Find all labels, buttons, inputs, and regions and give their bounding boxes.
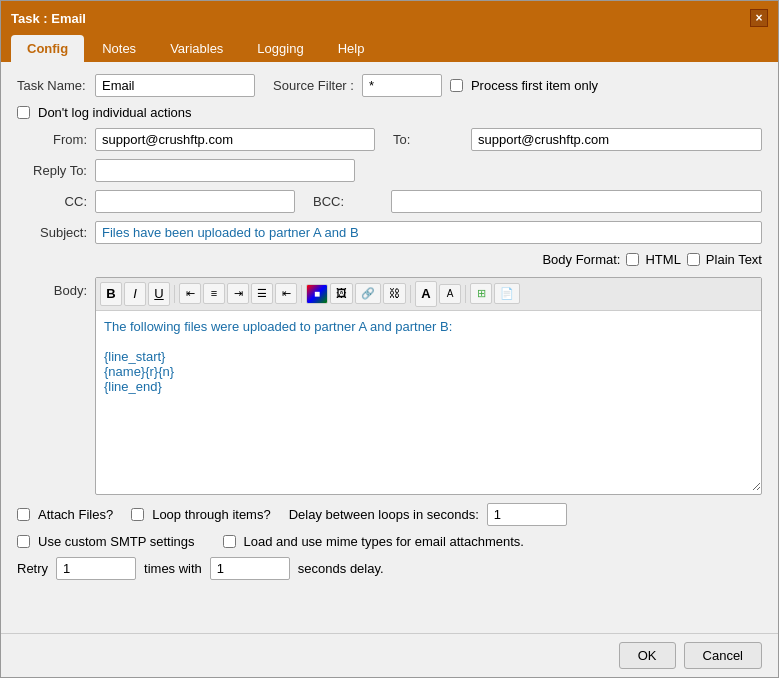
body-row: Body: B I U ⇤ ≡ ⇥ ☰ ⇤ ■ 🖼 🔗 ⛓ <box>17 277 762 495</box>
attach-files-checkbox[interactable] <box>17 508 30 521</box>
dont-log-row: Don't log individual actions <box>17 105 762 120</box>
align-left-button[interactable]: ⇤ <box>179 283 201 304</box>
editor-toolbar: B I U ⇤ ≡ ⇥ ☰ ⇤ ■ 🖼 🔗 ⛓ A A <box>96 278 761 311</box>
from-input[interactable] <box>95 128 375 151</box>
doc-button[interactable]: 📄 <box>494 283 520 304</box>
footer: OK Cancel <box>1 633 778 677</box>
align-center-button[interactable]: ≡ <box>203 283 225 304</box>
subject-label: Subject: <box>17 225 87 240</box>
tab-help[interactable]: Help <box>322 35 381 62</box>
task-name-row: Task Name: Source Filter : Process first… <box>17 74 762 97</box>
mime-types-label: Load and use mime types for email attach… <box>244 534 524 549</box>
ok-button[interactable]: OK <box>619 642 676 669</box>
subject-row: Subject: <box>17 221 762 244</box>
title-bar: Task : Email × <box>1 1 778 35</box>
align-justify-button[interactable]: ☰ <box>251 283 273 304</box>
to-input[interactable] <box>471 128 762 151</box>
window-title: Task : Email <box>11 11 86 26</box>
cc-bcc-row: CC: BCC: <box>17 190 762 213</box>
process-first-checkbox[interactable] <box>450 79 463 92</box>
loop-through-label: Loop through items? <box>152 507 271 522</box>
cc-input[interactable] <box>95 190 295 213</box>
process-first-label: Process first item only <box>471 78 598 93</box>
tab-variables[interactable]: Variables <box>154 35 239 62</box>
body-editor: B I U ⇤ ≡ ⇥ ☰ ⇤ ■ 🖼 🔗 ⛓ A A <box>95 277 762 495</box>
plain-text-checkbox[interactable] <box>687 253 700 266</box>
from-to-row: From: To: <box>17 128 762 151</box>
html-checkbox[interactable] <box>626 253 639 266</box>
attach-loop-row: Attach Files? Loop through items? Delay … <box>17 503 762 526</box>
source-filter-label: Source Filter : <box>273 78 354 93</box>
align-right-button[interactable]: ⇥ <box>227 283 249 304</box>
delay-label: Delay between loops in seconds: <box>289 507 479 522</box>
from-label: From: <box>17 132 87 147</box>
body-format-label: Body Format: <box>542 252 620 267</box>
attach-files-label: Attach Files? <box>38 507 113 522</box>
retry-input[interactable] <box>56 557 136 580</box>
align-left2-button[interactable]: ⇤ <box>275 283 297 304</box>
content-area: Task Name: Source Filter : Process first… <box>1 62 778 633</box>
close-button[interactable]: × <box>750 9 768 27</box>
retry-row: Retry times with seconds delay. <box>17 557 762 580</box>
to-label: To: <box>393 132 463 147</box>
toolbar-sep-2 <box>301 285 302 303</box>
tab-bar: Config Notes Variables Logging Help <box>1 35 778 62</box>
loop-through-checkbox[interactable] <box>131 508 144 521</box>
plain-text-label: Plain Text <box>706 252 762 267</box>
times-with-label: times with <box>144 561 202 576</box>
delay-input[interactable] <box>487 503 567 526</box>
source-filter-input[interactable] <box>362 74 442 97</box>
html-label: HTML <box>645 252 680 267</box>
body-textarea[interactable]: The following files were uploaded to par… <box>96 311 761 491</box>
bcc-label: BCC: <box>313 194 383 209</box>
times-with-input[interactable] <box>210 557 290 580</box>
tab-notes[interactable]: Notes <box>86 35 152 62</box>
toolbar-sep-4 <box>465 285 466 303</box>
underline-button[interactable]: U <box>148 282 170 306</box>
custom-smtp-label: Use custom SMTP settings <box>38 534 195 549</box>
font-larger-button[interactable]: A <box>415 281 437 307</box>
reply-to-input[interactable] <box>95 159 355 182</box>
task-name-input[interactable] <box>95 74 255 97</box>
table-button[interactable]: ⊞ <box>470 283 492 304</box>
mime-types-checkbox[interactable] <box>223 535 236 548</box>
dont-log-label: Don't log individual actions <box>38 105 192 120</box>
seconds-delay-label: seconds delay. <box>298 561 384 576</box>
toolbar-sep-3 <box>410 285 411 303</box>
body-label: Body: <box>17 283 87 298</box>
smtp-mime-row: Use custom SMTP settings Load and use mi… <box>17 534 762 549</box>
tab-config[interactable]: Config <box>11 35 84 62</box>
cc-label: CC: <box>17 194 87 209</box>
link-button[interactable]: 🔗 <box>355 283 381 304</box>
dont-log-checkbox[interactable] <box>17 106 30 119</box>
task-name-label: Task Name: <box>17 78 87 93</box>
subject-input[interactable] <box>95 221 762 244</box>
unlink-button[interactable]: ⛓ <box>383 283 406 304</box>
colors-button[interactable]: ■ <box>306 284 328 304</box>
toolbar-sep-1 <box>174 285 175 303</box>
custom-smtp-checkbox[interactable] <box>17 535 30 548</box>
reply-to-row: Reply To: <box>17 159 762 182</box>
italic-button[interactable]: I <box>124 282 146 306</box>
main-window: Task : Email × Config Notes Variables Lo… <box>0 0 779 678</box>
cancel-button[interactable]: Cancel <box>684 642 762 669</box>
font-smaller-button[interactable]: A <box>439 284 461 304</box>
retry-label: Retry <box>17 561 48 576</box>
image-button[interactable]: 🖼 <box>330 283 353 304</box>
tab-logging[interactable]: Logging <box>241 35 319 62</box>
body-format-row: Body Format: HTML Plain Text <box>17 252 762 267</box>
bcc-input[interactable] <box>391 190 762 213</box>
bold-button[interactable]: B <box>100 282 122 306</box>
reply-to-label: Reply To: <box>17 163 87 178</box>
